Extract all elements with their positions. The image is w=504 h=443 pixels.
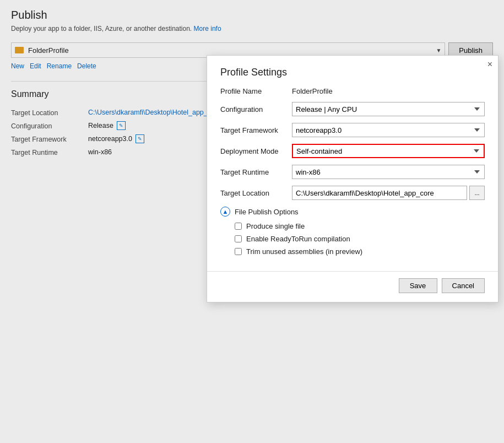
browse-button[interactable]: ... — [469, 186, 485, 200]
profile-settings-dialog: × Profile Settings Profile Name FolderPr… — [207, 55, 498, 302]
checkbox-row-single-file: Produce single file — [235, 222, 485, 230]
deployment-mode-select[interactable]: Self-contained Framework-dependent — [292, 144, 485, 158]
checkbox-row-ready-to-run: Enable ReadyToRun compilation — [235, 235, 485, 243]
section-toggle[interactable]: ▲ — [220, 207, 230, 217]
target-location-input[interactable] — [292, 186, 467, 200]
form-row-deployment-mode: Deployment Mode Self-contained Framework… — [220, 144, 485, 158]
form-row-target-location: Target Location ... — [220, 186, 485, 200]
profile-name-value: FolderProfile — [292, 87, 485, 95]
save-button[interactable]: Save — [399, 278, 437, 293]
modal-body: Profile Name FolderProfile Configuration… — [207, 87, 498, 271]
target-framework-select[interactable]: netcoreapp3.0 net5.0 net6.0 — [292, 123, 485, 137]
produce-single-file-checkbox[interactable] — [235, 223, 242, 230]
target-location-input-group: ... — [292, 186, 485, 200]
modal-close-button[interactable]: × — [487, 60, 492, 69]
form-row-target-runtime: Target Runtime win-x86 win-x64 linux-x64… — [220, 165, 485, 179]
file-publish-section-header: ▲ File Publish Options — [220, 207, 485, 217]
trim-unused-assemblies-label: Trim unused assemblies (in preview) — [246, 247, 362, 256]
enable-ready-to-run-label: Enable ReadyToRun compilation — [246, 235, 350, 243]
checkbox-row-trim: Trim unused assemblies (in preview) — [235, 247, 485, 256]
produce-single-file-label: Produce single file — [246, 222, 305, 230]
configuration-select[interactable]: Release | Any CPU Debug | Any CPU — [292, 102, 485, 116]
modal-footer: Save Cancel — [207, 271, 498, 302]
modal-title: Profile Settings — [207, 56, 498, 87]
config-label: Configuration — [220, 105, 292, 114]
target-framework-label: Target Framework — [220, 126, 292, 134]
file-publish-label: File Publish Options — [235, 208, 299, 216]
form-row-profile-name: Profile Name FolderProfile — [220, 87, 485, 95]
trim-unused-assemblies-checkbox[interactable] — [235, 248, 242, 255]
enable-ready-to-run-checkbox[interactable] — [235, 235, 242, 242]
deployment-mode-label: Deployment Mode — [220, 147, 292, 155]
profile-name-label: Profile Name — [220, 87, 292, 95]
target-runtime-select[interactable]: win-x86 win-x64 linux-x64 osx-x64 — [292, 165, 485, 179]
target-location-form-label: Target Location — [220, 189, 292, 197]
cancel-button[interactable]: Cancel — [442, 278, 485, 293]
modal-overlay: × Profile Settings Profile Name FolderPr… — [0, 0, 504, 443]
form-row-configuration: Configuration Release | Any CPU Debug | … — [220, 102, 485, 116]
form-row-target-framework: Target Framework netcoreapp3.0 net5.0 ne… — [220, 123, 485, 137]
target-runtime-label: Target Runtime — [220, 168, 292, 176]
